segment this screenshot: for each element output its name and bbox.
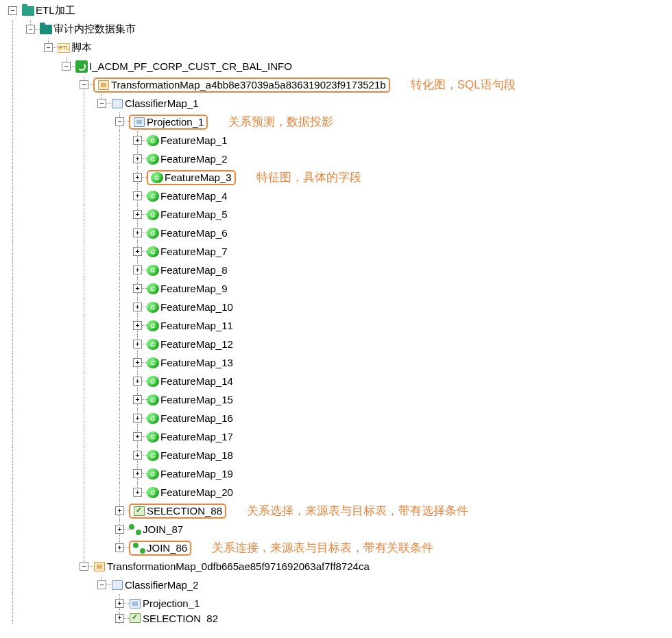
tree-node-featuremap[interactable]: + CFeatureMap_5 <box>4 205 668 224</box>
feature-map-icon: C <box>147 450 159 461</box>
toggle-feat-19[interactable]: + <box>133 469 142 478</box>
tree-node-proj2[interactable]: + Projection_1 <box>4 594 668 613</box>
node-label: ClassifierMap_1 <box>125 97 199 109</box>
toggle-feat-15[interactable]: + <box>133 395 142 404</box>
tree-node-root[interactable]: − ETL加工 <box>4 1 668 20</box>
node-label: FeatureMap_20 <box>160 486 233 498</box>
node-label: Projection_1 <box>143 598 200 609</box>
annotation-tmap: 转化图，SQL语句段 <box>411 77 516 93</box>
tree-node-featuremap[interactable]: + CFeatureMap_2 <box>4 150 668 168</box>
toggle-join87[interactable]: + <box>115 525 124 534</box>
toggle-proj1[interactable]: − <box>115 117 124 126</box>
tree-node-featuremap[interactable]: + CFeatureMap_20 <box>4 483 668 501</box>
toggle-feat-7[interactable]: + <box>133 247 142 256</box>
tree-node-featuremap[interactable]: + CFeatureMap_8 <box>4 261 668 279</box>
tree-node-sel82[interactable]: + SELECTION_82 <box>4 613 668 624</box>
tree-node-join86[interactable]: + JOIN_86 关系连接，来源表与目标表，带有关联条件 <box>4 539 668 557</box>
toggle-sel88[interactable]: + <box>115 506 124 515</box>
tree-node-featuremap[interactable]: + CFeatureMap_10 <box>4 298 668 316</box>
tree-node-cmap1[interactable]: − ClassifierMap_1 <box>4 94 668 113</box>
feature-map-icon: C <box>151 172 163 183</box>
tree-node-featuremap[interactable]: + CFeatureMap_6 <box>4 224 668 242</box>
toggle-feat-20[interactable]: + <box>133 488 142 497</box>
highlight-box: CFeatureMap_3 <box>147 170 236 185</box>
node-label: ETL加工 <box>36 4 75 17</box>
node-label: FeatureMap_14 <box>160 375 233 387</box>
node-label: FeatureMap_16 <box>160 412 233 424</box>
toggle-feat-8[interactable]: + <box>133 265 142 274</box>
toggle-feat-2[interactable]: + <box>133 154 142 163</box>
toggle-feat-9[interactable]: + <box>133 284 142 293</box>
tree-node-featuremap[interactable]: + CFeatureMap_18 <box>4 446 668 464</box>
tree-node-featuremap[interactable]: + CFeatureMap_16 <box>4 409 668 427</box>
feature-map-icon: C <box>147 376 159 387</box>
toggle-feat-3[interactable]: + <box>133 173 142 182</box>
toggle-feat-12[interactable]: + <box>133 340 142 348</box>
node-label: ClassifierMap_2 <box>125 579 199 591</box>
toggle-feat-1[interactable]: + <box>133 136 142 145</box>
node-label: FeatureMap_1 <box>160 134 228 146</box>
toggle-datamart[interactable]: − <box>26 25 35 34</box>
tree-node-featuremap[interactable]: + CFeatureMap_19 <box>4 464 668 483</box>
tree-node-featuremap[interactable]: + CFeatureMap_4 <box>4 187 668 205</box>
toggle-sel82[interactable]: + <box>115 614 124 623</box>
feature-map-icon: C <box>147 432 159 442</box>
toggle-cmap1[interactable]: − <box>97 99 106 108</box>
tree-node-featuremap[interactable]: + CFeatureMap_11 <box>4 316 668 335</box>
toggle-feat-6[interactable]: + <box>133 228 142 237</box>
feature-map-icon: C <box>147 394 159 405</box>
feature-map-icon: C <box>147 228 159 239</box>
tree-node-featuremap[interactable]: + CFeatureMap_13 <box>4 353 668 372</box>
toggle-script[interactable]: − <box>44 43 53 52</box>
node-label: TransformationMap_0dfb665ae85f971692063a… <box>107 560 370 572</box>
tree-node-tmap2[interactable]: − TransformationMap_0dfb665ae85f97169206… <box>4 557 668 576</box>
toggle-feat-16[interactable]: + <box>133 414 142 423</box>
node-label: FeatureMap_12 <box>160 338 233 350</box>
tree-node-proj1[interactable]: − Projection_1 关系预测，数据投影 <box>4 113 668 131</box>
toggle-feat-4[interactable]: + <box>133 191 142 200</box>
highlight-box: JOIN_86 <box>129 541 191 556</box>
feature-map-icon: C <box>147 191 159 202</box>
toggle-root[interactable]: − <box>8 6 17 15</box>
toggle-tmap1[interactable]: − <box>80 80 88 89</box>
node-label: FeatureMap_8 <box>160 264 228 276</box>
toggle-feat-5[interactable]: + <box>133 210 142 219</box>
node-label: JOIN_86 <box>147 542 187 554</box>
toggle-feat-18[interactable]: + <box>133 451 142 460</box>
tree-node-script[interactable]: − ETL 脚本 <box>4 38 668 57</box>
tree-node-tmap1[interactable]: − TransformationMap_a4bb8e37039a5a836319… <box>4 75 668 94</box>
tree-node-job[interactable]: − I_ACDM_PF_CORP_CUST_CR_BAL_INFO <box>4 57 668 75</box>
toggle-feat-14[interactable]: + <box>133 377 142 386</box>
toggle-feat-13[interactable]: + <box>133 358 142 367</box>
toggle-cmap2[interactable]: − <box>97 580 106 589</box>
tree-node-join87[interactable]: + JOIN_87 <box>4 520 668 539</box>
tree-node-featuremap[interactable]: + CFeatureMap_12 <box>4 335 668 353</box>
highlight-box: SELECTION_88 <box>129 504 226 519</box>
toggle-proj2[interactable]: + <box>115 599 124 608</box>
node-label: 审计内控数据集市 <box>53 23 136 36</box>
node-label: I_ACDM_PF_CORP_CUST_CR_BAL_INFO <box>89 60 292 72</box>
tree-node-sel88[interactable]: + SELECTION_88 关系选择，来源表与目标表，带有选择条件 <box>4 501 668 520</box>
tree-node-featuremap[interactable]: + CFeatureMap_15 <box>4 390 668 409</box>
projection-icon <box>133 116 145 128</box>
feature-map-icon: C <box>147 320 159 331</box>
toggle-join86[interactable]: + <box>115 543 124 552</box>
transformation-map-icon <box>93 560 106 573</box>
tree-node-featuremap[interactable]: + CFeatureMap_7 <box>4 242 668 261</box>
tree-node-cmap2[interactable]: − ClassifierMap_2 <box>4 576 668 594</box>
tree-node-datamart[interactable]: − 审计内控数据集市 <box>4 20 668 38</box>
folder-icon <box>40 23 52 36</box>
toggle-feat-11[interactable]: + <box>133 321 142 330</box>
node-label: SELECTION_88 <box>147 505 222 517</box>
tree-node-featuremap[interactable]: + CFeatureMap_9 <box>4 279 668 298</box>
node-label: JOIN_87 <box>143 523 183 535</box>
tree-node-featuremap[interactable]: + CFeatureMap_17 <box>4 427 668 446</box>
tree-node-featuremap[interactable]: + CFeatureMap_3特征图，具体的字段 <box>4 168 668 187</box>
toggle-tmap2[interactable]: − <box>80 562 88 571</box>
tree-node-featuremap[interactable]: + CFeatureMap_1 <box>4 131 668 150</box>
toggle-job[interactable]: − <box>62 62 71 71</box>
feature-map-icon: C <box>147 487 159 498</box>
toggle-feat-17[interactable]: + <box>133 432 142 441</box>
toggle-feat-10[interactable]: + <box>133 303 142 311</box>
tree-node-featuremap[interactable]: + CFeatureMap_14 <box>4 372 668 390</box>
